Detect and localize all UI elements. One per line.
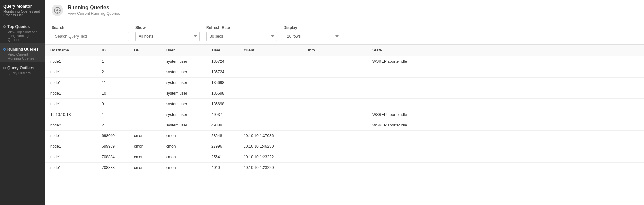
refresh-label: Refresh Rate (206, 25, 277, 30)
sidebar-app-subtitle: Monitoring Queries and Process List (3, 9, 42, 17)
cell-info (303, 141, 367, 152)
refresh-group: Refresh Rate 10 secs 30 secs 60 secs 5 m… (206, 25, 277, 41)
col-header-db: DB (129, 45, 161, 56)
running-queries-subtitle: View Current Running Queries (3, 52, 42, 60)
cell-hostname: node1 (45, 163, 97, 173)
cell-time: 49889 (206, 120, 238, 131)
cell-time: 135698 (206, 88, 238, 99)
cell-time: 135698 (206, 99, 238, 109)
cell-id: 10 (97, 88, 129, 99)
table-row: node1 708884 cmon cmon 25641 10.10.10.1:… (45, 152, 644, 163)
cell-time: 4040 (206, 163, 238, 173)
cell-hostname: node1 (45, 99, 97, 109)
cell-info (303, 163, 367, 173)
cell-state (367, 67, 644, 78)
search-label: Search (52, 25, 129, 30)
cell-info (303, 88, 367, 99)
cell-time: 135724 (206, 67, 238, 78)
col-header-hostname: Hostname (45, 45, 97, 56)
cell-state (367, 131, 644, 141)
table-row: node1 699989 cmon cmon 27996 10.10.10.1:… (45, 141, 644, 152)
cell-user: system user (161, 67, 206, 78)
queries-table: Hostname ID DB User Time Client Info Sta… (45, 45, 644, 173)
cell-state: WSREP aborter idle (367, 109, 644, 120)
cell-client (238, 78, 303, 88)
query-outliers-dot (3, 67, 6, 69)
search-input[interactable] (52, 32, 129, 41)
cell-state: WSREP aborter idle (367, 56, 644, 67)
cell-db: cmon (129, 141, 161, 152)
top-queries-label: Top Queries (7, 24, 30, 29)
display-group: Display 10 rows 20 rows 50 rows 100 rows (284, 25, 341, 41)
cell-info (303, 67, 367, 78)
display-select[interactable]: 10 rows 20 rows 50 rows 100 rows (284, 32, 341, 41)
table-body: node1 1 system user 135724 WSREP aborter… (45, 56, 644, 173)
cell-user: system user (161, 109, 206, 120)
cell-db (129, 99, 161, 109)
col-header-id: ID (97, 45, 129, 56)
cell-db: cmon (129, 131, 161, 141)
cell-info (303, 131, 367, 141)
cell-db: cmon (129, 163, 161, 173)
cell-db: cmon (129, 152, 161, 163)
page-header: Running Queries View Current Running Que… (45, 0, 644, 21)
svg-point-1 (56, 9, 58, 11)
cell-id: 1 (97, 109, 129, 120)
main-content: Running Queries View Current Running Que… (45, 0, 644, 205)
cell-hostname: node1 (45, 141, 97, 152)
cell-time: 49937 (206, 109, 238, 120)
page-header-icon (52, 5, 63, 16)
controls-bar: Search Show All hosts node1 node2 10.10.… (45, 21, 644, 45)
cell-hostname: node2 (45, 120, 97, 131)
show-group: Show All hosts node1 node2 10.10.10.18 (135, 25, 200, 41)
cell-hostname: node1 (45, 88, 97, 99)
cell-time: 27996 (206, 141, 238, 152)
cell-info (303, 109, 367, 120)
sidebar-item-query-outliers[interactable]: Query Outliers Query Outliers (0, 62, 45, 77)
cell-hostname: node1 (45, 56, 97, 67)
col-header-state: State (367, 45, 644, 56)
cell-user: system user (161, 88, 206, 99)
table-row: node1 2 system user 135724 (45, 67, 644, 78)
cell-db (129, 109, 161, 120)
top-queries-subtitle: View Top Slow and Long-running Queries (3, 30, 42, 42)
refresh-select[interactable]: 10 secs 30 secs 60 secs 5 mins (206, 32, 277, 41)
col-header-time: Time (206, 45, 238, 56)
sidebar-item-top-queries[interactable]: Top Queries View Top Slow and Long-runni… (0, 21, 45, 44)
sidebar-item-running-queries[interactable]: Running Queries View Current Running Que… (0, 44, 45, 62)
cell-id: 1 (97, 56, 129, 67)
sidebar: Query Monitor Monitoring Queries and Pro… (0, 0, 45, 205)
cell-time: 25641 (206, 152, 238, 163)
cell-id: 699989 (97, 141, 129, 152)
cell-id: 708883 (97, 163, 129, 173)
cell-user: system user (161, 78, 206, 88)
cell-info (303, 56, 367, 67)
cell-state (367, 99, 644, 109)
col-header-info: Info (303, 45, 367, 56)
cell-db (129, 120, 161, 131)
cell-id: 2 (97, 120, 129, 131)
cell-state (367, 163, 644, 173)
col-header-client: Client (238, 45, 303, 56)
cell-client: 10.10.10.1:37086 (238, 131, 303, 141)
query-outliers-label: Query Outliers (7, 66, 34, 70)
cell-hostname: node1 (45, 78, 97, 88)
cell-info (303, 78, 367, 88)
table-row: node1 708883 cmon cmon 4040 10.10.10.1:2… (45, 163, 644, 173)
cell-user: cmon (161, 152, 206, 163)
table-row: node2 2 system user 49889 WSREP aborter … (45, 120, 644, 131)
cell-user: cmon (161, 163, 206, 173)
table-header-row: Hostname ID DB User Time Client Info Sta… (45, 45, 644, 56)
cell-client: 10.10.10.1:46230 (238, 141, 303, 152)
cell-client: 10.10.10.1:23220 (238, 163, 303, 173)
cell-db (129, 88, 161, 99)
table-row: node1 9 system user 135698 (45, 99, 644, 109)
cell-hostname: node1 (45, 131, 97, 141)
show-select[interactable]: All hosts node1 node2 10.10.10.18 (135, 32, 200, 41)
col-header-user: User (161, 45, 206, 56)
cell-client (238, 56, 303, 67)
cell-client (238, 88, 303, 99)
cell-client (238, 109, 303, 120)
cell-hostname: node1 (45, 67, 97, 78)
sidebar-header: Query Monitor Monitoring Queries and Pro… (0, 0, 45, 21)
